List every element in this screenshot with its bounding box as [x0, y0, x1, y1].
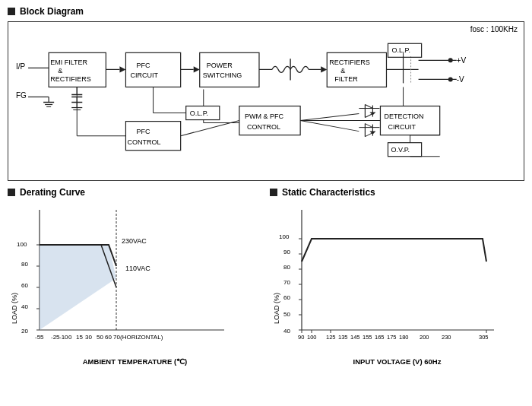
- svg-text:O.L.P.: O.L.P.: [190, 109, 208, 117]
- svg-text:CONTROL: CONTROL: [127, 138, 160, 146]
- section-icon: [8, 8, 15, 15]
- derating-title: Derating Curve: [20, 187, 85, 198]
- svg-text:60: 60: [21, 282, 28, 289]
- svg-text:80: 80: [21, 261, 28, 268]
- svg-text:125: 125: [326, 334, 336, 341]
- svg-text:EMI FILTER: EMI FILTER: [50, 59, 87, 66]
- svg-text:155: 155: [363, 334, 372, 341]
- svg-text:PWM & PFC: PWM & PFC: [245, 113, 284, 120]
- svg-text:50: 50: [283, 311, 290, 318]
- svg-marker-26: [194, 66, 200, 72]
- svg-line-76: [300, 121, 359, 132]
- svg-text:165: 165: [375, 334, 385, 341]
- block-diagram-svg: I/P FG EMI FILTER & RECTIFIERS: [14, 28, 518, 173]
- svg-text:230VAC: 230VAC: [122, 237, 147, 245]
- svg-marker-103: [40, 245, 116, 330]
- svg-text:110VAC: 110VAC: [125, 265, 150, 272]
- svg-text:230: 230: [442, 334, 451, 341]
- svg-marker-33: [321, 66, 327, 72]
- derating-chart: LOAD (%) 20 40 60 80 100: [8, 202, 262, 370]
- svg-text:80: 80: [283, 264, 290, 271]
- block-diagram-section: Block Diagram fosc : 100KHz I/P FG EMI F…: [8, 6, 524, 181]
- svg-rect-22: [125, 52, 180, 87]
- derating-svg: LOAD (%) 20 40 60 80 100: [8, 202, 243, 354]
- svg-text:PFC: PFC: [136, 128, 150, 135]
- fosc-label: fosc : 100KHz: [470, 25, 518, 33]
- svg-text:&: &: [58, 67, 62, 75]
- svg-text:+V: +V: [457, 56, 467, 65]
- svg-text:POWER: POWER: [207, 62, 233, 69]
- svg-text:175: 175: [387, 334, 397, 341]
- svg-text:CONTROL: CONTROL: [247, 123, 280, 131]
- svg-rect-27: [200, 52, 259, 87]
- svg-text:40: 40: [21, 303, 28, 310]
- bottom-sections: Derating Curve LOAD (%) 20 40 60 80: [8, 187, 524, 370]
- block-diagram-title: Block Diagram: [8, 6, 524, 17]
- svg-text:0: 0: [68, 334, 72, 341]
- svg-text:40: 40: [283, 328, 290, 335]
- svg-text:-55: -55: [35, 334, 44, 341]
- block-diagram-container: fosc : 100KHz I/P FG EMI FILTER & RECTIF…: [8, 21, 524, 181]
- svg-line-75: [300, 114, 359, 121]
- svg-point-46: [448, 77, 453, 81]
- svg-text:100: 100: [17, 241, 27, 248]
- static-chart: LOAD (%) 40 50 60 70 80 90: [270, 202, 524, 370]
- svg-text:-10: -10: [59, 334, 68, 341]
- svg-line-58: [365, 114, 372, 118]
- derating-icon: [8, 189, 15, 196]
- svg-text:20: 20: [21, 328, 28, 335]
- svg-text:(HORIZONTAL): (HORIZONTAL): [120, 334, 163, 341]
- svg-text:30: 30: [85, 334, 92, 341]
- svg-text:CIRCUIT: CIRCUIT: [130, 71, 158, 79]
- svg-text:50: 50: [97, 334, 103, 341]
- svg-text:60: 60: [283, 294, 290, 301]
- svg-text:FG: FG: [16, 91, 27, 100]
- derating-section: Derating Curve LOAD (%) 20 40 60 80: [8, 187, 262, 370]
- block-diagram-label: Block Diagram: [20, 6, 84, 17]
- static-title-row: Static Characteristics: [270, 187, 524, 198]
- static-x-label: INPUT VOLTAGE (V) 60Hz: [270, 357, 524, 366]
- svg-text:180: 180: [399, 334, 409, 341]
- static-y-label: LOAD (%): [273, 293, 280, 324]
- svg-text:90: 90: [283, 249, 290, 255]
- svg-marker-21: [119, 66, 125, 72]
- svg-text:&: &: [340, 67, 345, 75]
- svg-text:100: 100: [279, 233, 290, 240]
- svg-text:200: 200: [420, 334, 429, 341]
- svg-text:O.V.P.: O.V.P.: [391, 146, 410, 154]
- svg-text:305: 305: [479, 334, 489, 341]
- static-title: Static Characteristics: [282, 187, 375, 198]
- svg-rect-72: [239, 106, 300, 135]
- svg-text:RECTIFIERS: RECTIFIERS: [329, 59, 370, 66]
- svg-text:90: 90: [298, 334, 304, 341]
- svg-text:SWITCHING: SWITCHING: [203, 71, 242, 79]
- svg-text:DETECTION: DETECTION: [384, 113, 423, 120]
- svg-text:135: 135: [338, 334, 348, 341]
- svg-text:100: 100: [307, 334, 317, 341]
- svg-text:70: 70: [283, 279, 290, 286]
- svg-text:PFC: PFC: [136, 62, 150, 69]
- svg-rect-52: [380, 106, 439, 135]
- svg-line-64: [365, 133, 372, 137]
- svg-text:15: 15: [76, 334, 83, 341]
- derating-title-row: Derating Curve: [8, 187, 262, 198]
- static-svg: LOAD (%) 40 50 60 70 80 90: [270, 202, 505, 354]
- svg-text:FILTER: FILTER: [334, 75, 358, 83]
- svg-text:RECTIFIERS: RECTIFIERS: [50, 75, 91, 83]
- svg-text:I/P: I/P: [16, 62, 26, 71]
- derating-y-label: LOAD (%): [11, 293, 18, 324]
- svg-text:60: 60: [105, 334, 112, 341]
- svg-text:CIRCUIT: CIRCUIT: [388, 123, 416, 131]
- static-icon: [270, 189, 277, 196]
- svg-point-43: [448, 58, 453, 62]
- svg-rect-84: [125, 122, 180, 151]
- derating-x-label: AMBIENT TEMPERATURE (℃): [8, 357, 262, 366]
- page: Block Diagram fosc : 100KHz I/P FG EMI F…: [0, 0, 532, 406]
- svg-line-63: [365, 124, 372, 128]
- static-section: Static Characteristics LOAD (%) 40 50 60: [270, 187, 524, 370]
- svg-text:O.L.P.: O.L.P.: [392, 46, 410, 54]
- svg-text:145: 145: [350, 334, 360, 341]
- svg-text:-V: -V: [457, 75, 464, 84]
- svg-line-57: [365, 105, 372, 109]
